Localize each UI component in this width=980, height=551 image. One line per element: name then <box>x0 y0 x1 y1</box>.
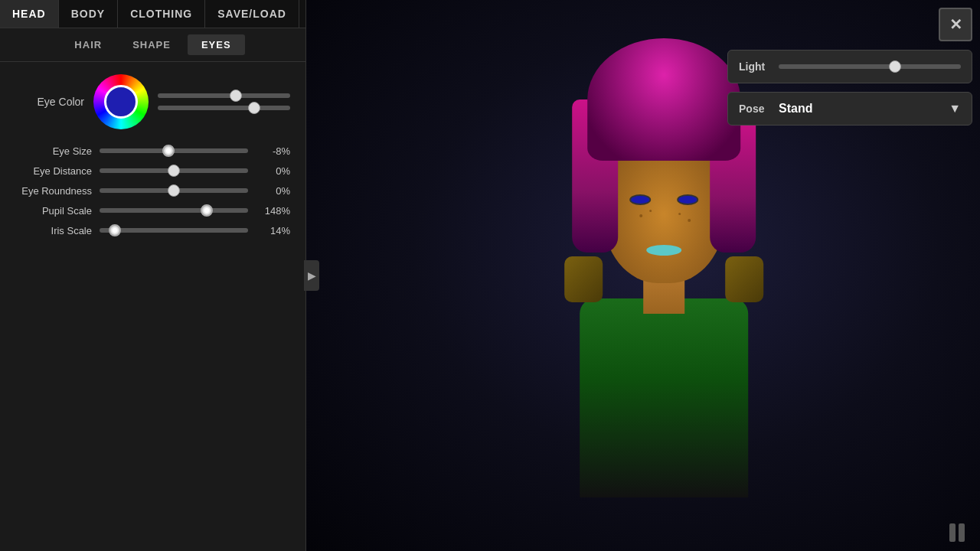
eye-distance-label: Eye Distance <box>15 165 92 177</box>
sub-tabs: HAIR SHAPE EYES <box>0 28 305 62</box>
eye-distance-value: 0% <box>256 165 290 177</box>
tab-clothing[interactable]: CLOTHING <box>118 0 205 28</box>
eye-color-slider-1-input[interactable] <box>158 93 290 98</box>
color-wheel[interactable] <box>93 74 149 129</box>
close-button[interactable]: ✕ <box>939 8 972 41</box>
panel-expand-arrow[interactable]: ▶ <box>304 260 319 291</box>
eye-roundness-slider-wrapper[interactable] <box>100 183 248 198</box>
iris-scale-slider-wrapper[interactable] <box>100 223 248 238</box>
pupil-scale-row: Pupil Scale 148% <box>15 203 290 218</box>
pose-control[interactable]: Pose Stand ▼ <box>727 92 972 126</box>
char-eye-left <box>629 194 651 205</box>
pupil-scale-label: Pupil Scale <box>15 205 92 217</box>
freckle4 <box>679 213 681 215</box>
left-panel: HEAD BODY CLOTHING SAVE/LOAD HAIR SHAPE … <box>0 0 306 551</box>
subtab-hair[interactable]: HAIR <box>60 34 116 55</box>
eye-size-slider[interactable] <box>100 148 248 153</box>
pause-button[interactable] <box>949 523 971 542</box>
eye-roundness-row: Eye Roundness 0% <box>15 183 290 198</box>
iris-scale-label: Iris Scale <box>15 225 92 236</box>
pose-dropdown-arrow[interactable]: ▼ <box>949 102 961 116</box>
light-label: Light <box>739 60 769 73</box>
freckle3 <box>688 219 691 222</box>
char-shoulder-right <box>725 256 763 302</box>
eye-size-value: -8% <box>256 145 290 157</box>
pupil-scale-slider-wrapper[interactable] <box>100 203 248 218</box>
eye-size-row: Eye Size -8% <box>15 143 290 158</box>
color-sliders <box>158 93 290 110</box>
tab-saveload[interactable]: SAVE/LOAD <box>205 0 299 28</box>
iris-scale-value: 14% <box>256 225 290 236</box>
char-hair-top <box>587 38 740 161</box>
eye-roundness-slider[interactable] <box>100 188 248 193</box>
top-tabs: HEAD BODY CLOTHING SAVE/LOAD <box>0 0 305 28</box>
pupil-scale-slider[interactable] <box>100 208 248 213</box>
subtab-shape[interactable]: SHAPE <box>119 34 185 55</box>
eye-distance-slider[interactable] <box>100 168 248 173</box>
pose-value: Stand <box>779 102 939 116</box>
iris-scale-slider[interactable] <box>100 228 248 233</box>
eye-color-slider-1[interactable] <box>158 93 290 98</box>
eye-color-slider-2-input[interactable] <box>158 106 290 110</box>
eye-roundness-value: 0% <box>256 185 290 197</box>
eye-roundness-label: Eye Roundness <box>15 185 92 197</box>
freckle2 <box>649 210 652 212</box>
char-lips <box>646 245 681 256</box>
pause-bar-2 <box>959 523 965 542</box>
char-body <box>580 298 748 497</box>
eye-color-label: Eye Color <box>15 96 84 108</box>
eye-distance-slider-wrapper[interactable] <box>100 163 248 178</box>
eye-size-slider-wrapper[interactable] <box>100 143 248 158</box>
light-control: Light <box>727 50 972 83</box>
pose-label: Pose <box>739 103 769 115</box>
eye-size-label: Eye Size <box>15 145 92 157</box>
pupil-scale-value: 148% <box>256 205 290 217</box>
eye-distance-row: Eye Distance 0% <box>15 163 290 178</box>
eye-color-row: Eye Color <box>15 74 290 129</box>
char-shoulder-left <box>564 256 603 302</box>
eye-color-slider-2[interactable] <box>158 106 290 110</box>
char-eye-right <box>677 194 698 205</box>
light-slider[interactable] <box>779 64 961 69</box>
subtab-eyes[interactable]: EYES <box>188 34 245 55</box>
freckle1 <box>639 214 642 217</box>
tab-body[interactable]: BODY <box>59 0 118 28</box>
iris-scale-row: Iris Scale 14% <box>15 223 290 238</box>
tab-head[interactable]: HEAD <box>0 0 59 28</box>
controls-area: Eye Color Eye Size -8% Eye Distance <box>0 62 305 255</box>
pause-bar-1 <box>949 523 956 542</box>
